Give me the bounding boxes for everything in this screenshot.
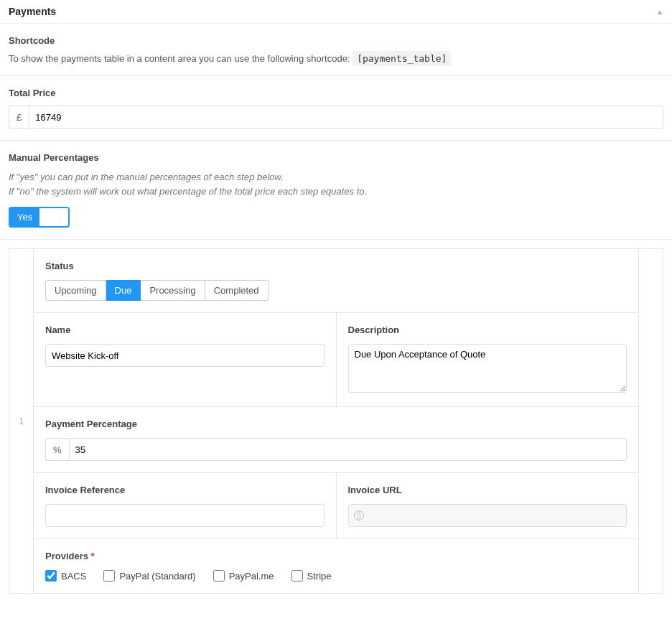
status-option-completed[interactable]: Completed (205, 280, 269, 301)
providers-label: Providers * (45, 551, 627, 561)
status-option-upcoming[interactable]: Upcoming (45, 280, 106, 301)
description-label: Description (348, 324, 627, 335)
currency-prefix: £ (9, 106, 29, 129)
invoice-ref-cell: Invoice Reference (34, 473, 336, 539)
manual-percentages-help1: If "yes" you can put in the manual perce… (9, 170, 663, 185)
total-price-section: Total Price £ (0, 76, 672, 141)
shortcode-section: Shortcode To show the payments table in … (0, 24, 672, 76)
description-cell: Description (336, 313, 639, 407)
total-price-input[interactable] (29, 106, 663, 129)
globe-icon (348, 504, 627, 527)
status-button-group: Upcoming Due Processing Completed (45, 280, 269, 301)
provider-paypal-standard[interactable]: PayPal (Standard) (103, 570, 195, 582)
manual-percentages-toggle[interactable]: Yes (9, 207, 70, 228)
manual-percentages-section: Manual Percentages If "yes" you can put … (0, 141, 672, 240)
invoice-ref-input[interactable] (45, 504, 325, 527)
providers-row: BACS PayPal (Standard) PayPal.me St (45, 570, 627, 582)
shortcode-code: [payments_table] (353, 51, 451, 66)
repeater-container: 1 Status Upcoming Due Processing Complet… (0, 240, 672, 602)
percent-prefix: % (45, 438, 69, 461)
repeater-index-handle[interactable]: 1 (9, 249, 34, 593)
percentage-input[interactable] (69, 438, 627, 461)
provider-paypalme-label: PayPal.me (229, 571, 274, 582)
collapse-icon[interactable]: ▲ (656, 8, 663, 16)
shortcode-text-before: To show the payments table in a content … (9, 53, 353, 64)
total-price-input-group: £ (9, 106, 663, 129)
provider-paypalme-checkbox[interactable] (213, 570, 225, 582)
provider-paypal-standard-label: PayPal (Standard) (119, 571, 195, 582)
provider-bacs-checkbox[interactable] (45, 570, 57, 582)
provider-bacs-label: BACS (61, 571, 86, 582)
toggle-yes-label: Yes (10, 208, 39, 226)
toggle-slider (39, 208, 68, 226)
repeater-right-handle[interactable] (638, 249, 663, 593)
providers-cell: Providers * BACS PayPal (Standard) (34, 539, 638, 593)
provider-paypalme[interactable]: PayPal.me (213, 570, 274, 582)
provider-stripe-checkbox[interactable] (291, 570, 303, 582)
invoice-url-input[interactable] (348, 504, 627, 527)
provider-paypal-standard-checkbox[interactable] (103, 570, 115, 582)
description-textarea[interactable] (348, 344, 627, 393)
invoice-url-cell: Invoice URL (336, 473, 639, 539)
shortcode-text: To show the payments table in a content … (9, 53, 663, 64)
provider-stripe[interactable]: Stripe (291, 570, 332, 582)
name-cell: Name (34, 313, 336, 407)
status-label: Status (45, 261, 627, 271)
manual-percentages-label: Manual Percentages (9, 152, 663, 163)
shortcode-label: Shortcode (9, 35, 663, 46)
required-star-icon: * (91, 551, 95, 561)
name-input[interactable] (45, 344, 325, 367)
status-cell: Status Upcoming Due Processing Completed (34, 249, 638, 313)
repeater-row: 1 Status Upcoming Due Processing Complet… (9, 248, 663, 594)
invoice-url-label: Invoice URL (348, 485, 627, 495)
provider-bacs[interactable]: BACS (45, 570, 86, 582)
provider-stripe-label: Stripe (307, 571, 332, 582)
panel-title: Payments (9, 6, 56, 17)
panel-header: Payments ▲ (0, 0, 672, 24)
repeater-index: 1 (19, 416, 24, 426)
percentage-cell: Payment Percentage % (34, 407, 638, 473)
status-option-due[interactable]: Due (106, 280, 141, 301)
repeater-body: Status Upcoming Due Processing Completed… (34, 249, 638, 593)
manual-percentages-help2: If "no" the system will work out what pe… (9, 185, 663, 199)
total-price-label: Total Price (9, 88, 663, 98)
providers-label-text: Providers (45, 551, 88, 561)
name-label: Name (45, 324, 325, 335)
invoice-ref-label: Invoice Reference (45, 485, 325, 495)
percentage-label: Payment Percentage (45, 419, 627, 429)
status-option-processing[interactable]: Processing (141, 280, 205, 301)
